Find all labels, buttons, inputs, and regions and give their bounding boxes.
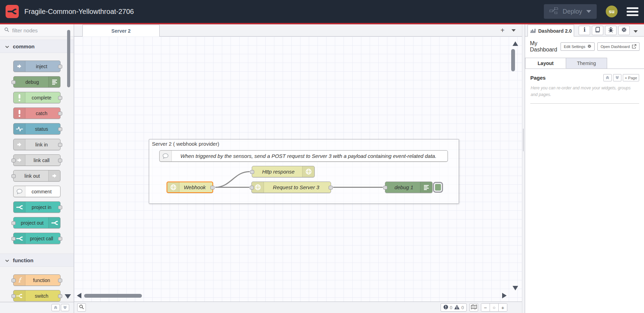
port-out[interactable] [58, 112, 62, 115]
palette-node-link-call[interactable]: link call [13, 154, 61, 166]
debug-toggle-state [435, 184, 441, 191]
horizontal-scrollbar-thumb[interactable] [84, 294, 142, 298]
palette-scrollbar-thumb[interactable] [67, 30, 70, 87]
bug-icon [608, 27, 614, 34]
scroll-left-icon[interactable] [77, 293, 81, 298]
zoom-out-button[interactable]: − [481, 304, 490, 311]
deploy-options-caret[interactable] [586, 10, 591, 13]
palette-node-inject[interactable]: inject [13, 61, 61, 72]
palette-node-project-out[interactable]: project out [13, 217, 61, 228]
category-label: common [13, 43, 35, 49]
palette-expand-all-button[interactable] [61, 304, 69, 311]
port-out[interactable] [210, 186, 215, 190]
tab-debug-button[interactable] [605, 26, 617, 35]
port-out[interactable] [58, 127, 62, 131]
zoom-reset-button[interactable]: ○ [490, 304, 498, 311]
scroll-down-icon[interactable] [513, 286, 518, 290]
port-out[interactable] [58, 159, 62, 162]
tab-info-button[interactable]: i [579, 26, 590, 35]
flow-node-webhook[interactable]: Webhook [167, 182, 213, 193]
vertical-scrollbar-thumb[interactable] [511, 49, 515, 71]
palette-node-project-call[interactable]: project call [13, 233, 61, 244]
flow-node-request[interactable]: Request to Server 3 [251, 182, 331, 193]
flow-node-comment[interactable]: When triggered by the sensors, send a PO… [159, 150, 448, 162]
wire-webhook-to-http_response[interactable] [215, 172, 250, 187]
port-in[interactable] [11, 294, 16, 298]
tab-dashboard-2[interactable]: Dashboard 2.0 [528, 25, 574, 37]
arrow-icon [14, 139, 25, 150]
node-label: Http response [255, 166, 302, 177]
palette-node-project-in[interactable]: project in [13, 201, 61, 213]
port-in[interactable] [250, 186, 254, 190]
tab-theming[interactable]: Theming [566, 58, 607, 69]
tab-config-button[interactable] [618, 26, 630, 35]
port-out[interactable] [58, 143, 62, 147]
canvas-footer-right: 0 0 − ○ + [441, 303, 519, 312]
flow-node-debug1[interactable]: debug 1 [385, 182, 433, 193]
port-out[interactable] [329, 186, 333, 190]
palette-category-common[interactable]: common [0, 40, 74, 53]
palette-collapse-all-button[interactable] [51, 304, 60, 311]
node-label: project in [26, 202, 57, 212]
notifications-status[interactable]: 0 0 [441, 303, 467, 312]
palette-node-catch[interactable]: catch [13, 107, 61, 119]
add-page-button[interactable]: + Page [623, 74, 639, 81]
port-in[interactable] [11, 221, 16, 225]
palette-node-status[interactable]: status [13, 123, 61, 135]
info-icon: i [583, 27, 586, 34]
palette-node-function[interactable]: ffunction [13, 274, 61, 286]
edit-settings-button[interactable]: Edit Settings [561, 42, 595, 51]
port-out[interactable] [58, 206, 62, 209]
tab-layout[interactable]: Layout [525, 58, 566, 69]
port-in[interactable] [11, 159, 16, 162]
port-out[interactable] [58, 279, 62, 282]
port-out[interactable] [58, 96, 62, 100]
map-icon [471, 304, 477, 311]
palette-category-function[interactable]: function [0, 254, 74, 267]
sidebar-tabs-caret[interactable] [634, 30, 638, 33]
palette-scroll-down-icon[interactable] [65, 294, 71, 299]
palette-node-comment[interactable]: comment [13, 186, 61, 197]
palette-node-link-in[interactable]: link in [13, 139, 61, 150]
zoom-in-button[interactable]: + [498, 304, 507, 311]
main-menu-button[interactable] [627, 7, 638, 16]
sash-drag-handle[interactable] [523, 129, 524, 151]
canvas-footer: 0 0 − ○ + [74, 302, 522, 313]
port-in[interactable] [383, 186, 387, 190]
tab-help-button[interactable] [592, 26, 603, 35]
deploy-button[interactable]: Deploy [544, 4, 597, 19]
open-dashboard-button[interactable]: Open Dashboard [597, 42, 639, 51]
sidebar-resize-sash[interactable] [522, 24, 525, 313]
scroll-right-icon[interactable] [502, 293, 507, 298]
debug-enable-toggle[interactable] [433, 182, 443, 193]
palette-node-debug[interactable]: debug [13, 76, 61, 88]
double-chevron-down-icon [615, 75, 619, 80]
circle-icon: ○ [493, 305, 496, 310]
port-in[interactable] [11, 174, 16, 178]
port-in[interactable] [250, 170, 254, 174]
arrow-icon [48, 170, 60, 181]
palette-node-switch[interactable]: switch [13, 290, 61, 302]
user-avatar[interactable]: su [606, 6, 618, 17]
palette-filter[interactable]: filter nodes [0, 24, 74, 37]
scroll-up-icon[interactable] [513, 41, 518, 46]
port-out[interactable] [58, 237, 62, 241]
palette-node-complete[interactable]: complete [13, 92, 61, 103]
port-out[interactable] [58, 294, 62, 298]
node-label: Request to Server 3 [264, 182, 328, 193]
flow-node-http-response[interactable]: Http response [252, 166, 315, 177]
tab-server-2[interactable]: Server 2 [82, 25, 160, 37]
port-out[interactable] [58, 65, 62, 69]
pages-expand-button[interactable] [613, 74, 621, 81]
palette-node-link-out[interactable]: link out [13, 170, 61, 182]
navigator-button[interactable] [469, 303, 478, 312]
flow-workspace[interactable]: Server 2 ( webhook provider)When trigger… [74, 37, 522, 302]
add-flow-button[interactable]: + [500, 27, 505, 34]
flow-list-caret[interactable] [512, 29, 516, 32]
port-in[interactable] [11, 80, 16, 84]
port-in[interactable] [11, 279, 16, 282]
search-flows-button[interactable] [77, 303, 86, 312]
port-in[interactable] [11, 237, 16, 241]
node-label: function [26, 275, 57, 286]
pages-collapse-button[interactable] [603, 74, 612, 81]
